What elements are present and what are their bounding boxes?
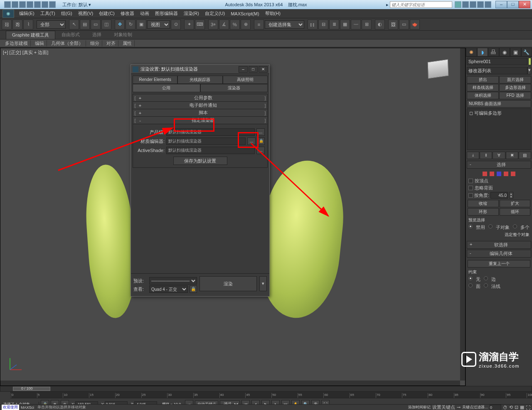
radio-face[interactable] bbox=[468, 283, 473, 287]
viewport-label[interactable]: [+] [正交] [真实 + 边面] bbox=[3, 49, 48, 56]
tb-pivot[interactable]: ⊙ bbox=[171, 20, 181, 29]
tb-snap-angle[interactable]: ∡ bbox=[219, 20, 229, 29]
tb-rotate[interactable]: ↻ bbox=[126, 20, 135, 29]
time-scroll[interactable]: 0 / 100 bbox=[0, 386, 532, 392]
infocenter-favorite-icon[interactable] bbox=[477, 1, 484, 8]
rollout-editgeo-header[interactable]: -编辑几何体 bbox=[467, 250, 531, 258]
btn-vol-select[interactable]: 体积选择 bbox=[467, 92, 499, 99]
stack-remove-icon[interactable]: ✖ bbox=[506, 152, 518, 159]
qa-icon-2[interactable] bbox=[12, 1, 18, 8]
tb-mirror[interactable]: ⫿⫿ bbox=[308, 20, 318, 29]
nav-zoom-ext-icon[interactable]: ⊡ bbox=[515, 405, 518, 410]
cmd-tab-create[interactable]: ✺ bbox=[466, 48, 477, 56]
dialog-close-button[interactable]: ✕ bbox=[259, 66, 268, 73]
minimize-button[interactable]: – bbox=[495, 1, 507, 8]
radio-normal[interactable] bbox=[484, 283, 488, 287]
maximize-button[interactable]: □ bbox=[507, 1, 519, 8]
tb-snap-spinner[interactable]: ⊕ bbox=[241, 20, 251, 29]
tb-align[interactable]: ⊟ bbox=[318, 20, 328, 29]
view-lock-icon[interactable]: 🔒 bbox=[190, 285, 197, 293]
tb-material[interactable]: ◐ bbox=[375, 20, 385, 29]
menu-customize[interactable]: 自定义(U) bbox=[202, 10, 227, 17]
stack-item-editpoly[interactable]: ◻ 可编辑多边形 bbox=[468, 110, 530, 117]
mateditor-lock-icon[interactable]: 🔒 bbox=[257, 137, 265, 145]
btn-spline-select[interactable]: 样条线选择 bbox=[467, 84, 499, 91]
dialog-max-button[interactable]: □ bbox=[249, 66, 258, 73]
ruler[interactable]: 05 1015 2025 3035 4045 5055 6065 7075 80… bbox=[11, 392, 532, 398]
tb-graphite-toggle[interactable]: ▦ bbox=[340, 20, 350, 29]
infocenter-signin-icon[interactable] bbox=[462, 1, 469, 8]
btn-ring[interactable]: 环形 bbox=[468, 208, 499, 216]
radio-none[interactable] bbox=[468, 276, 473, 280]
tb-ref-coord[interactable]: 视图 bbox=[147, 20, 170, 29]
qa-icon-7[interactable] bbox=[49, 1, 56, 8]
tb-scale[interactable]: ▣ bbox=[136, 20, 146, 29]
timeline-ruler[interactable]: 05 1015 2025 3035 4045 5055 6065 7075 80… bbox=[0, 392, 532, 398]
add-time-tag[interactable]: 添加时间标记 bbox=[408, 405, 431, 410]
radio-multi[interactable] bbox=[513, 224, 517, 228]
setkey-large-icon[interactable]: ⊸ bbox=[457, 405, 461, 410]
app-menu-icon[interactable]: ◉ bbox=[2, 10, 14, 18]
nav-min-max-icon[interactable]: ⛶ bbox=[526, 405, 530, 410]
stack-pin-icon[interactable]: ⫰ bbox=[467, 152, 479, 159]
ribbon-group-edit[interactable]: 编辑 bbox=[32, 40, 47, 47]
btn-poly-select[interactable]: 多边形选择 bbox=[499, 84, 531, 91]
ribbon-group-polymodel[interactable]: 多边形建模 bbox=[2, 40, 31, 47]
search-box[interactable]: ▸ bbox=[386, 1, 452, 8]
modifier-stack[interactable]: ◻ 可编辑多边形 bbox=[467, 108, 531, 150]
infocenter-help-icon[interactable] bbox=[485, 1, 491, 8]
rollout-selection-header[interactable]: -选择 bbox=[467, 161, 531, 169]
tb-select-name[interactable]: ▤ bbox=[80, 20, 90, 29]
infocenter-search-icon[interactable] bbox=[455, 1, 461, 8]
so-edge-icon[interactable] bbox=[490, 172, 494, 176]
stack-config-icon[interactable]: ▤ bbox=[519, 152, 531, 159]
time-config-icon[interactable]: ⏱ bbox=[503, 405, 507, 410]
setkey-button[interactable]: 设置关键点 bbox=[432, 404, 455, 410]
angle-input[interactable] bbox=[490, 192, 508, 199]
tb-render-setup[interactable]: 🖼 bbox=[388, 20, 398, 29]
menu-view[interactable]: 视图(V) bbox=[76, 10, 96, 17]
btn-loop[interactable]: 循环 bbox=[500, 208, 531, 216]
menu-animation[interactable]: 动画 bbox=[138, 10, 152, 17]
ribbon-tab-paint[interactable]: 对象绘制 bbox=[108, 30, 138, 39]
chk-by-angle[interactable] bbox=[468, 193, 473, 198]
view-dropdown[interactable]: Quad 4 - 正交 bbox=[149, 285, 188, 293]
tb-create-selset[interactable]: 创建选择集 bbox=[265, 20, 304, 29]
btn-shrink[interactable]: 收缩 bbox=[468, 200, 499, 207]
tb-marquee-rect[interactable]: ▭ bbox=[91, 20, 101, 29]
menu-group[interactable]: 组(G) bbox=[59, 10, 75, 17]
rh-email[interactable]: [+电子邮件通知] bbox=[133, 102, 267, 109]
tb-snap-3d[interactable]: 3⊕ bbox=[208, 20, 218, 29]
rh-scripts[interactable]: [+脚本] bbox=[133, 109, 267, 117]
qa-icon-6[interactable] bbox=[42, 1, 48, 8]
tb-layers[interactable]: ≣ bbox=[329, 20, 339, 29]
tb-select[interactable]: ↖ bbox=[69, 20, 79, 29]
dialog-min-button[interactable]: – bbox=[239, 66, 248, 73]
render-button[interactable]: 渲染 bbox=[200, 276, 257, 291]
ribbon-group-props[interactable]: 属性 bbox=[120, 40, 135, 47]
ribbon-group-subdiv[interactable]: 细分 bbox=[88, 40, 102, 47]
tb-keyboard-shortcut[interactable]: ⌨ bbox=[195, 20, 205, 29]
btn-patch-select[interactable]: 面片选择 bbox=[499, 76, 531, 83]
menu-create[interactable]: 创建(C) bbox=[96, 10, 117, 17]
btn-grow[interactable]: 扩大 bbox=[500, 200, 531, 207]
dialog-titlebar[interactable]: 渲染设置: 默认扫描线渲染器 – □ ✕ bbox=[131, 65, 269, 74]
cmd-tab-utilities[interactable]: 🔧 bbox=[521, 48, 532, 56]
tb-schematic[interactable]: ⊞ bbox=[362, 20, 372, 29]
cmd-tab-motion[interactable]: ◉ bbox=[499, 48, 510, 56]
cmd-tab-display[interactable]: ▣ bbox=[510, 48, 521, 56]
modifier-list-dropdown[interactable]: ▾ bbox=[467, 67, 531, 74]
ribbon-group-geom[interactable]: 几何体（全部） bbox=[49, 40, 86, 47]
object-color-swatch[interactable] bbox=[528, 58, 531, 65]
chk-ignore-backface[interactable]: 忽略背面 bbox=[468, 184, 530, 191]
nav-orbit-icon[interactable]: ⟲ bbox=[509, 405, 513, 410]
stack-show-icon[interactable]: Ⅱ bbox=[480, 152, 492, 159]
tb-curve-editor[interactable]: 〰 bbox=[351, 20, 361, 29]
so-vertex-icon[interactable] bbox=[483, 172, 487, 176]
search-input[interactable] bbox=[390, 1, 452, 8]
btn-save-default[interactable]: 保存为默认设置 bbox=[173, 157, 227, 165]
close-button[interactable]: ✕ bbox=[519, 1, 530, 8]
workspace-label[interactable]: 工作台: 默认 bbox=[62, 2, 88, 8]
btn-repeat-last[interactable]: 重复上一个 bbox=[468, 260, 530, 268]
angle-spinner[interactable]: ▴▾ bbox=[509, 192, 513, 199]
